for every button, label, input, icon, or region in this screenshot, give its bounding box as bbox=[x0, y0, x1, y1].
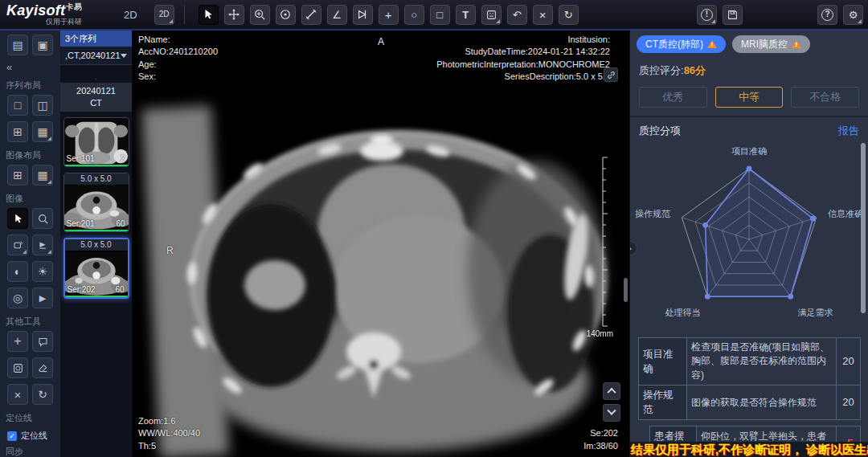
qc-scrollbar-thumb[interactable] bbox=[861, 143, 866, 313]
window-level-tool-button[interactable] bbox=[276, 5, 296, 25]
dicom-overlay-bottom-right: Se:202 Im:38/60 bbox=[583, 427, 618, 452]
ruler-scale-label: 140mm bbox=[587, 329, 613, 338]
image-grid4-button[interactable]: ⊞ bbox=[7, 165, 28, 186]
patient-age: Age: bbox=[138, 59, 218, 71]
collapse-sidebar-button[interactable]: « bbox=[0, 61, 60, 78]
slice-thickness: Th:5 bbox=[138, 440, 200, 452]
settings-button[interactable]: ⚙ bbox=[843, 5, 863, 25]
layout-grid9-button[interactable]: ▦ bbox=[32, 121, 53, 142]
institution: Institusion: bbox=[436, 34, 610, 46]
qc-score-value: 86分 bbox=[684, 64, 706, 76]
eraser-icon bbox=[38, 363, 48, 373]
annotation-panel-button[interactable] bbox=[481, 5, 502, 25]
svg-text:信息准确: 信息准确 bbox=[828, 209, 863, 218]
layout-2d-button[interactable]: 2D bbox=[154, 5, 174, 25]
next-slice-button[interactable] bbox=[603, 404, 620, 422]
info-button[interactable]: ! bbox=[697, 5, 717, 25]
delete-tool-button[interactable]: × bbox=[7, 384, 28, 405]
chevron-down-icon bbox=[607, 406, 616, 415]
cursor-icon bbox=[203, 9, 214, 20]
measure-line-icon bbox=[305, 9, 317, 20]
report-panel-button[interactable]: ▣ bbox=[32, 35, 53, 55]
window-width-level: WW/WL:400/40 bbox=[138, 427, 200, 439]
brightness-button[interactable]: ☀ bbox=[32, 261, 53, 282]
table-row: 操作规范 图像的获取是否符合操作规范 20 bbox=[639, 386, 861, 420]
gear-icon: ⚙ bbox=[849, 10, 858, 20]
study-dropdown[interactable]: ,CT,20240121 bbox=[60, 47, 132, 65]
invert-button[interactable]: ◐ bbox=[7, 261, 28, 282]
grade-fail-button[interactable]: 不合格 bbox=[791, 87, 859, 108]
layout-grid4-button[interactable]: ⊞ bbox=[7, 121, 28, 142]
thumbnail-series-number: Ser:101 bbox=[67, 154, 95, 163]
ellipse-tool-button[interactable]: ○ bbox=[404, 5, 424, 25]
app-logo: Kayisoft卡易 仅用于科研 bbox=[6, 3, 82, 26]
crosshair-tool-button[interactable]: + bbox=[379, 5, 399, 25]
undo-button[interactable]: ↶ bbox=[507, 5, 527, 25]
image-grid9-button[interactable]: ▦ bbox=[32, 165, 53, 186]
flip-icon bbox=[13, 240, 23, 251]
layout-single-button[interactable]: □ bbox=[7, 95, 28, 116]
patient-sex: Sex: bbox=[138, 71, 218, 83]
series-thumbnail-202[interactable]: 5.0 x 5.0 Ser:202 60 bbox=[63, 238, 129, 299]
zoom-in-icon bbox=[254, 9, 265, 20]
stamp-button[interactable] bbox=[7, 357, 28, 378]
series-group-label[interactable]: 20240121 CT bbox=[60, 83, 132, 112]
image-magnify-button[interactable] bbox=[32, 208, 53, 229]
study-datetime: StudyDateTime:2024-01-21 14:32:22 bbox=[436, 46, 610, 58]
series-count-header: 3个序列 bbox=[60, 31, 132, 47]
image-viewport[interactable]: PName: AccNO:2401210200 Age: Sex: A Inst… bbox=[133, 31, 629, 457]
reset-button[interactable]: ↻ bbox=[559, 5, 579, 25]
layout-two-column-button[interactable]: ◫ bbox=[32, 95, 53, 116]
toolbar-right-group: ! ? ⚙ bbox=[691, 5, 863, 25]
slice-scrollbar-thumb[interactable] bbox=[624, 278, 628, 302]
report-link[interactable]: 报告 bbox=[838, 124, 859, 138]
locator-line-checkbox[interactable]: ✓ bbox=[7, 431, 17, 441]
qc-item-desc: 图像的获取是否符合操作规范 bbox=[687, 386, 837, 420]
delete-annotation-button[interactable]: × bbox=[533, 5, 553, 25]
link-icon bbox=[607, 71, 616, 80]
qc-score-row: 质控评分:86分 bbox=[630, 57, 868, 80]
play-button[interactable]: ▶ bbox=[32, 288, 53, 308]
comment-button[interactable] bbox=[32, 331, 53, 352]
link-series-button[interactable] bbox=[604, 67, 618, 82]
measure-tool-button[interactable] bbox=[301, 5, 321, 25]
series-tree-dot: · bbox=[95, 78, 97, 81]
series-panel-toggle-button[interactable]: ▤ bbox=[7, 35, 28, 55]
series-group-date: 20240121 bbox=[60, 85, 132, 97]
qc-radar-chart: 项目准确信息准确满足需求处理得当操作规范 bbox=[630, 138, 868, 336]
toolbar-separator bbox=[184, 5, 185, 24]
angle-tool-button[interactable]: ∠ bbox=[327, 5, 347, 25]
warning-icon bbox=[707, 40, 717, 48]
previous-slice-button[interactable] bbox=[603, 382, 620, 400]
rectangle-tool-button[interactable]: □ bbox=[430, 5, 450, 25]
series-number: Se:202 bbox=[583, 427, 618, 439]
qc-subsection-title: 质控分项 bbox=[639, 124, 681, 138]
top-toolbar: Kayisoft卡易 仅用于科研 2D 2D ∠ + ○ □ T ↶ × ↻ !… bbox=[0, 0, 868, 31]
cobb-angle-tool-button[interactable] bbox=[353, 5, 373, 25]
image-cursor-button[interactable] bbox=[7, 208, 28, 229]
grade-medium-button[interactable]: 中等 bbox=[715, 87, 784, 108]
zoom-tool-button[interactable] bbox=[250, 5, 270, 25]
help-button[interactable]: ? bbox=[817, 5, 837, 25]
grade-excellent-button[interactable]: 优秀 bbox=[639, 87, 707, 108]
locator-line-checkbox-row[interactable]: ✓ 定位线 bbox=[0, 427, 60, 444]
pan-tool-button[interactable] bbox=[224, 5, 244, 25]
cursor-tool-button[interactable] bbox=[199, 5, 219, 25]
series-thumbnail-201[interactable]: 5.0 x 5.0 Ser:201 60 bbox=[63, 173, 129, 232]
ct-axial-image bbox=[133, 31, 629, 457]
svg-text:项目准确: 项目准确 bbox=[731, 146, 767, 156]
flip-rotate-button[interactable] bbox=[7, 235, 28, 255]
save-button[interactable] bbox=[723, 5, 743, 25]
add-tool-button[interactable]: + bbox=[7, 331, 28, 352]
reset-tool-button[interactable]: ↻ bbox=[32, 384, 53, 405]
thumbnail-progress-bar bbox=[65, 296, 128, 297]
tab-ct-qc-lung[interactable]: CT质控(肺部) bbox=[637, 35, 726, 53]
series-thumbnail-101[interactable]: Ser:101 2 bbox=[63, 117, 129, 167]
cine-flag-button[interactable] bbox=[32, 235, 53, 255]
tab-mri-brain-qc[interactable]: MRI脑质控 bbox=[732, 35, 810, 53]
eraser-button[interactable] bbox=[32, 357, 53, 378]
chevron-up-icon bbox=[607, 388, 616, 397]
pan-icon bbox=[228, 9, 240, 20]
text-tool-button[interactable]: T bbox=[456, 5, 476, 25]
target-button[interactable]: ◎ bbox=[7, 288, 28, 308]
